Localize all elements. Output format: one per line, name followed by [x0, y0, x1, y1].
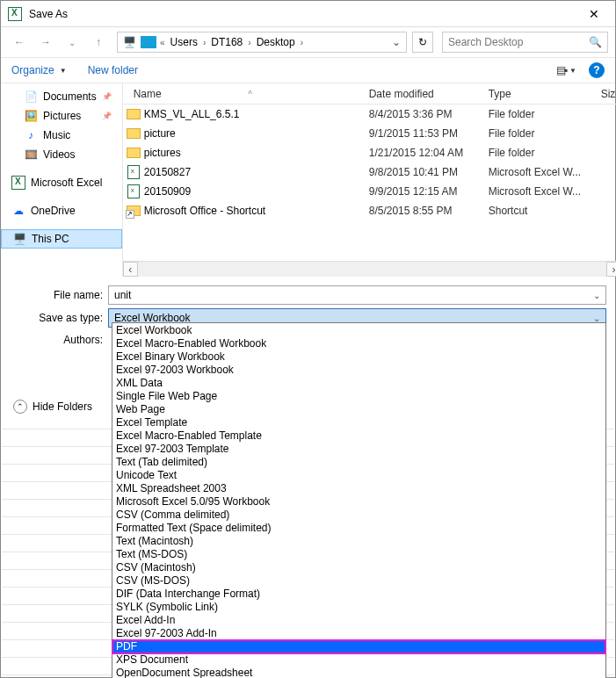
savetype-option[interactable]: Text (MS-DOS) — [112, 548, 605, 561]
breadcrumb-dt168[interactable]: DT168 — [207, 36, 246, 48]
savetype-option[interactable]: Single File Web Page — [112, 390, 605, 403]
savetype-option[interactable]: Formatted Text (Space delimited) — [112, 522, 605, 535]
nav-music[interactable]: ♪ Music — [1, 126, 122, 145]
window-title: Save As — [29, 8, 68, 20]
new-folder-button[interactable]: New folder — [88, 64, 138, 76]
organize-menu[interactable]: Organize▼ — [11, 64, 67, 76]
breadcrumb-users[interactable]: Users — [167, 36, 201, 48]
file-row[interactable]: picture9/1/2015 11:53 PMFile folder — [123, 124, 616, 143]
file-date: 8/4/2015 3:36 PM — [369, 108, 489, 120]
col-name[interactable]: Name ^ — [123, 88, 369, 100]
savetype-option[interactable]: Excel Macro-Enabled Template — [112, 429, 605, 443]
file-name: 20150827 — [144, 166, 369, 178]
file-icon — [123, 109, 144, 119]
savetype-option[interactable]: Excel Macro-Enabled Workbook — [112, 337, 605, 350]
file-row[interactable]: 201509099/9/2015 12:15 AMMicrosoft Excel… — [123, 182, 616, 201]
forward-button[interactable]: → — [34, 31, 57, 54]
chevron-right-icon: › — [201, 38, 207, 47]
address-bar[interactable]: 🖥️ « Users › DT168 › Desktop › ⌄ — [117, 32, 407, 53]
savetype-option[interactable]: Excel Template — [112, 416, 605, 429]
savetype-option[interactable]: XML Data — [112, 377, 605, 390]
savetype-option[interactable]: Web Page — [112, 403, 605, 416]
savetype-option[interactable]: PDF — [112, 640, 605, 653]
refresh-button[interactable]: ↻ — [412, 32, 433, 53]
savetype-option[interactable]: CSV (Comma delimited) — [112, 508, 605, 522]
file-date: 9/9/2015 12:15 AM — [369, 185, 489, 198]
file-row[interactable]: pictures1/21/2015 12:04 AMFile folder — [123, 143, 616, 162]
savetype-dropdown-list[interactable]: Excel WorkbookExcel Macro-Enabled Workbo… — [112, 322, 606, 678]
filename-input[interactable]: unit ⌄ — [108, 285, 606, 305]
savetype-option[interactable]: Excel 97-2003 Add-In — [112, 627, 605, 640]
documents-icon: 📄 — [24, 90, 38, 104]
chevron-right-icon: › — [246, 38, 252, 47]
titlebar: Save As ✕ — [1, 1, 615, 27]
savetype-option[interactable]: XML Spreadsheet 2003 — [112, 482, 605, 495]
savetype-option[interactable]: DIF (Data Interchange Format) — [112, 588, 605, 601]
search-placeholder: Search Desktop — [448, 36, 523, 48]
savetype-option[interactable]: Excel Workbook — [112, 324, 605, 337]
recent-dropdown[interactable]: ⌄ — [61, 31, 83, 54]
address-dropdown[interactable]: ⌄ — [388, 36, 404, 48]
savetype-option[interactable]: CSV (Macintosh) — [112, 561, 605, 574]
file-date: 9/1/2015 11:53 PM — [369, 127, 489, 140]
chevron-down-icon[interactable]: ⌄ — [593, 291, 600, 300]
file-row[interactable]: KMS_VL_ALL_6.5.18/4/2015 3:36 PMFile fol… — [123, 105, 616, 124]
file-list-pane: Name ^ Date modified Type Size KMS_VL_AL… — [122, 83, 616, 277]
excel-icon — [11, 176, 25, 190]
col-type[interactable]: Type — [489, 88, 601, 100]
file-date: 1/21/2015 12:04 AM — [369, 147, 489, 159]
savetype-option[interactable]: SYLK (Symbolic Link) — [112, 601, 605, 614]
scroll-right-icon[interactable]: › — [606, 262, 616, 277]
savetype-option[interactable]: Excel Add-In — [112, 614, 605, 627]
savetype-option[interactable]: OpenDocument Spreadsheet — [112, 667, 605, 678]
file-icon — [123, 148, 144, 158]
music-icon: ♪ — [24, 128, 38, 142]
nav-this-pc[interactable]: 🖥️ This PC — [1, 229, 122, 249]
savetype-option[interactable]: CSV (MS-DOS) — [112, 574, 605, 588]
file-name: Microsoft Office - Shortcut — [144, 205, 369, 217]
nav-onedrive[interactable]: ☁ OneDrive — [1, 201, 122, 220]
horizontal-scrollbar[interactable]: ‹ › — [123, 261, 616, 277]
help-button[interactable]: ? — [589, 62, 605, 78]
explorer-body: 📄 Documents 🖼️ Pictures ♪ Music 🎞️ Video… — [1, 83, 615, 277]
file-type: Microsoft Excel W... — [489, 166, 601, 178]
nav-pictures[interactable]: 🖼️ Pictures — [1, 106, 122, 126]
file-name: picture — [144, 127, 369, 140]
savetype-option[interactable]: XPS Document — [112, 653, 605, 667]
savetype-option[interactable]: Excel 97-2003 Workbook — [112, 364, 605, 377]
savetype-option[interactable]: Text (Tab delimited) — [112, 456, 605, 469]
file-icon — [123, 128, 144, 139]
videos-icon: 🎞️ — [24, 148, 38, 162]
chevron-down-icon[interactable]: ⌄ — [593, 314, 600, 323]
savetype-option[interactable]: Unicode Text — [112, 469, 605, 482]
save-as-dialog: Save As ✕ ← → ⌄ ↑ 🖥️ « Users › DT168 › D… — [0, 0, 616, 678]
breadcrumb-desktop[interactable]: Desktop — [253, 36, 299, 48]
authors-label: Authors: — [10, 334, 108, 346]
file-row[interactable]: Microsoft Office - Shortcut8/5/2015 8:55… — [123, 201, 616, 220]
file-type: File folder — [489, 127, 601, 140]
hide-folders-button[interactable]: ⌃ Hide Folders — [13, 400, 92, 414]
file-name: 20150909 — [144, 185, 369, 198]
nav-videos[interactable]: 🎞️ Videos — [1, 145, 122, 164]
file-icon — [123, 184, 144, 198]
scroll-left-icon[interactable]: ‹ — [123, 262, 138, 277]
file-rows: KMS_VL_ALL_6.5.18/4/2015 3:36 PMFile fol… — [123, 105, 616, 261]
file-name: KMS_VL_ALL_6.5.1 — [144, 108, 369, 120]
nav-documents[interactable]: 📄 Documents — [1, 87, 122, 106]
savetype-option[interactable]: Text (Macintosh) — [112, 535, 605, 548]
col-size[interactable]: Size — [601, 88, 616, 100]
savetype-option[interactable]: Excel 97-2003 Template — [112, 443, 605, 456]
search-input[interactable]: Search Desktop 🔍 — [442, 32, 608, 53]
search-icon: 🔍 — [589, 36, 602, 48]
back-button[interactable]: ← — [8, 31, 31, 54]
file-icon — [123, 206, 144, 216]
close-button[interactable]: ✕ — [576, 2, 612, 26]
file-row[interactable]: 201508279/8/2015 10:41 PMMicrosoft Excel… — [123, 162, 616, 182]
savetype-option[interactable]: Microsoft Excel 5.0/95 Workbook — [112, 495, 605, 508]
col-date[interactable]: Date modified — [369, 88, 489, 100]
savetype-option[interactable]: Excel Binary Workbook — [112, 350, 605, 364]
nav-excel[interactable]: Microsoft Excel — [1, 173, 122, 192]
pc-icon: 🖥️ — [120, 33, 139, 51]
view-options-button[interactable]: ▤▪ ▼ — [556, 64, 576, 76]
up-button[interactable]: ↑ — [87, 31, 110, 54]
